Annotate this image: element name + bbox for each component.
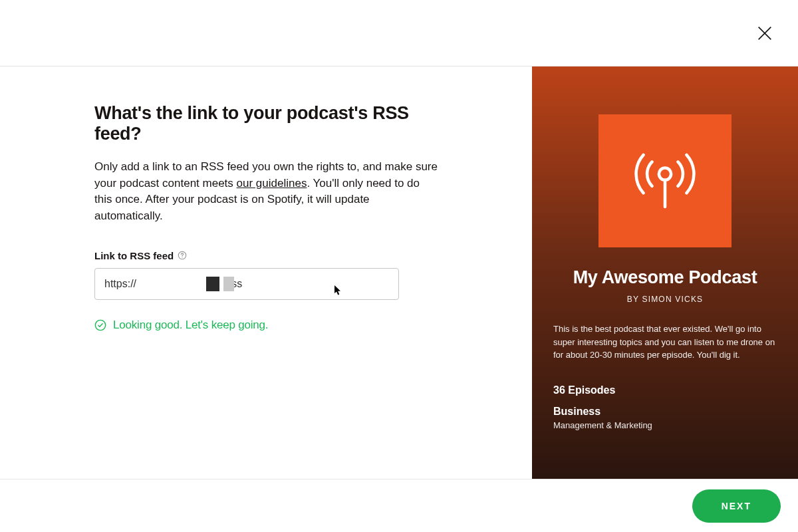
content-area: What's the link to your podcast's RSS fe… — [0, 66, 798, 479]
validation-text: Looking good. Let's keep going. — [113, 319, 268, 332]
svg-point-5 — [659, 168, 671, 180]
podcast-meta: 36 Episodes Business Management & Market… — [553, 384, 777, 430]
close-icon — [755, 24, 774, 43]
podcast-artwork — [598, 114, 732, 247]
next-button[interactable]: NEXT — [692, 489, 781, 523]
svg-point-3 — [182, 257, 183, 257]
category-main: Business — [553, 406, 777, 418]
category-sub: Management & Marketing — [553, 420, 777, 430]
close-button[interactable] — [754, 23, 775, 44]
author-prefix: BY — [627, 295, 642, 304]
redaction-block — [206, 277, 219, 291]
field-label-row: Link to RSS feed — [94, 250, 439, 261]
podcast-author: BY SIMON VICKS — [627, 295, 704, 304]
broadcast-icon — [622, 138, 708, 224]
author-name: SIMON VICKS — [642, 295, 703, 304]
guidelines-link[interactable]: our guidelines — [237, 177, 307, 190]
rss-input[interactable] — [94, 268, 399, 300]
form-description: Only add a link to an RSS feed you own t… — [94, 159, 439, 225]
form-heading: What's the link to your podcast's RSS fe… — [94, 103, 439, 144]
episodes-count: 36 Episodes — [553, 384, 777, 396]
bottom-bar: NEXT — [0, 479, 798, 532]
top-bar — [0, 0, 798, 66]
preview-panel: My Awesome Podcast BY SIMON VICKS This i… — [532, 66, 798, 479]
check-circle-icon — [94, 319, 106, 331]
podcast-description: This is the best podcast that ever exist… — [553, 323, 777, 362]
rss-field-label: Link to RSS feed — [94, 250, 174, 261]
podcast-title: My Awesome Podcast — [573, 267, 757, 288]
help-icon[interactable] — [178, 251, 187, 260]
rss-input-wrap — [94, 268, 399, 300]
redaction-block — [223, 277, 234, 291]
validation-message: Looking good. Let's keep going. — [94, 319, 439, 332]
form-panel: What's the link to your podcast's RSS fe… — [0, 66, 532, 479]
